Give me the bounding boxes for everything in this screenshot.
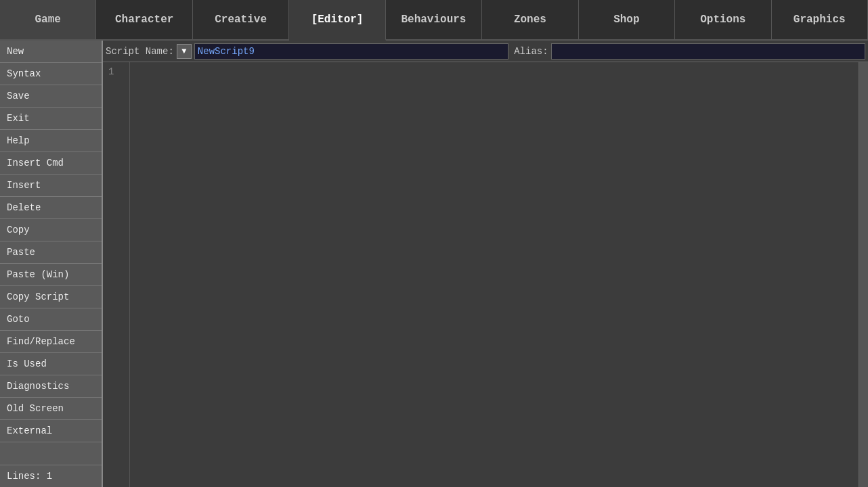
sidebar-item-insert[interactable]: Insert [0, 175, 102, 197]
nav-tab-creative[interactable]: Creative [193, 0, 289, 39]
sidebar-item-find-replace[interactable]: Find/Replace [0, 331, 102, 353]
script-name-bar: Script Name: ▼ Alias: [103, 41, 868, 62]
sidebar-item-paste-win[interactable]: Paste (Win) [0, 264, 102, 286]
nav-tab-editor[interactable]: [Editor] [289, 0, 385, 41]
nav-tab-zones[interactable]: Zones [482, 0, 578, 39]
sidebar-item-delete[interactable]: Delete [0, 197, 102, 219]
nav-tab-game[interactable]: Game [0, 0, 96, 39]
code-editor[interactable] [130, 62, 859, 487]
nav-tab-behaviours[interactable]: Behaviours [386, 0, 482, 39]
alias-input[interactable] [551, 43, 865, 60]
editor-area: 1 [103, 62, 868, 487]
content-area: Script Name: ▼ Alias: 1 [103, 41, 868, 487]
nav-tab-character[interactable]: Character [96, 0, 192, 39]
alias-label: Alias: [514, 46, 548, 57]
sidebar-item-diagnostics[interactable]: Diagnostics [0, 375, 102, 398]
sidebar-item-paste[interactable]: Paste [0, 241, 102, 264]
right-scrollbar[interactable] [859, 62, 868, 487]
nav-tab-shop[interactable]: Shop [579, 0, 675, 39]
sidebar-item-copy[interactable]: Copy [0, 219, 102, 241]
sidebar-item-is-used[interactable]: Is Used [0, 353, 102, 375]
nav-tab-options[interactable]: Options [675, 0, 771, 39]
sidebar-item-save[interactable]: Save [0, 85, 102, 108]
top-navigation: GameCharacterCreative[Editor]BehavioursZ… [0, 0, 868, 41]
script-name-dropdown-button[interactable]: ▼ [177, 44, 192, 59]
sidebar-item-new[interactable]: New [0, 41, 102, 63]
lines-count: Lines: 1 [0, 465, 102, 487]
line-number-1: 1 [108, 65, 127, 78]
sidebar-spacer [0, 442, 102, 465]
script-name-label: Script Name: [106, 46, 174, 57]
sidebar-item-copy-script[interactable]: Copy Script [0, 286, 102, 308]
sidebar-item-external[interactable]: External [0, 420, 102, 442]
sidebar-item-old-screen[interactable]: Old Screen [0, 398, 102, 420]
nav-tab-graphics[interactable]: Graphics [772, 0, 868, 39]
script-name-input[interactable] [194, 43, 508, 60]
sidebar-item-exit[interactable]: Exit [0, 108, 102, 130]
sidebar-item-syntax[interactable]: Syntax [0, 63, 102, 85]
main-layout: NewSyntaxSaveExitHelpInsert CmdInsertDel… [0, 41, 868, 487]
sidebar: NewSyntaxSaveExitHelpInsert CmdInsertDel… [0, 41, 103, 487]
sidebar-item-help[interactable]: Help [0, 130, 102, 152]
sidebar-item-insert-cmd[interactable]: Insert Cmd [0, 152, 102, 175]
sidebar-item-goto[interactable]: Goto [0, 308, 102, 331]
line-numbers: 1 [103, 62, 130, 487]
